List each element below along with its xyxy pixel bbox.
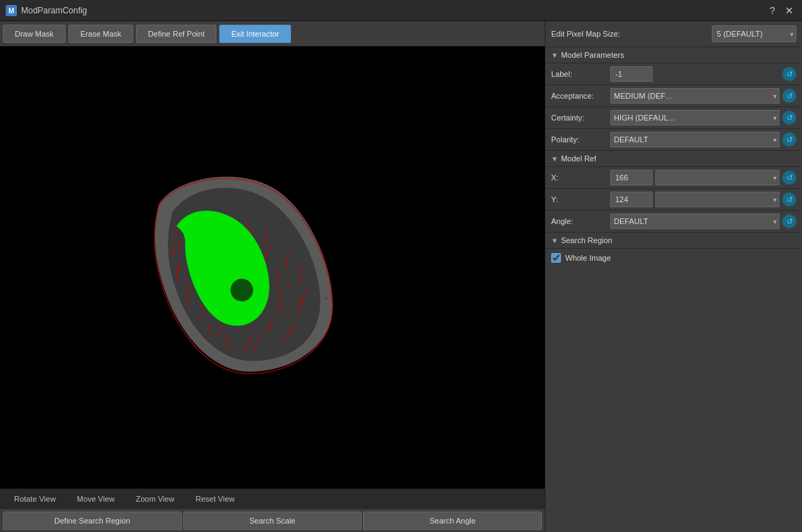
angle-reset-icon: ↺ — [786, 217, 793, 226]
model-ref-title: Model Ref — [561, 154, 596, 163]
certainty-param-row: Certainty: HIGH (DEFAUL… LOW MEDIUM ↺ — [545, 107, 802, 129]
y-value[interactable]: 124 — [610, 192, 653, 207]
pixel-map-row: Edit Pixel Map Size: 5 (DEFAULT) 3 7 9 — [545, 21, 802, 47]
y-extra-wrapper — [655, 192, 779, 207]
polarity-param-label: Polarity: — [551, 135, 607, 144]
x-param-label: X: — [551, 173, 607, 182]
window-controls: ? ✕ — [765, 4, 796, 18]
label-reset-icon: ↺ — [786, 70, 793, 79]
x-extra-select[interactable] — [655, 170, 779, 185]
acceptance-select[interactable]: MEDIUM (DEF… LOW HIGH — [610, 88, 779, 104]
polarity-param-row: Polarity: DEFAULT POSITIVE NEGATIVE ↺ — [545, 129, 802, 151]
model-parameters-title: Model Parameters — [561, 51, 624, 59]
x-param-row: X: 166 ↺ — [545, 167, 802, 189]
label-param-label: Label: — [551, 70, 607, 78]
pixel-map-select[interactable]: 5 (DEFAULT) 3 7 9 — [712, 25, 796, 42]
reset-view-button[interactable]: Reset View — [196, 495, 235, 503]
pixel-map-label: Edit Pixel Map Size: — [551, 30, 706, 38]
close-button[interactable]: ✕ — [782, 4, 796, 18]
label-reset-button[interactable]: ↺ — [782, 67, 796, 81]
angle-reset-button[interactable]: ↺ — [782, 214, 796, 228]
angle-param-label: Angle: — [551, 217, 607, 225]
certainty-select[interactable]: HIGH (DEFAUL… LOW MEDIUM — [610, 110, 779, 125]
polarity-select[interactable]: DEFAULT POSITIVE NEGATIVE — [610, 132, 779, 147]
search-angle-button[interactable]: Search Angle — [363, 512, 542, 530]
model-parameters-triangle: ▼ — [551, 51, 558, 59]
certainty-select-wrapper: HIGH (DEFAUL… LOW MEDIUM — [610, 110, 779, 125]
app-icon: M — [6, 5, 17, 16]
model-shape-svg — [118, 127, 372, 409]
y-param-label: Y: — [551, 195, 607, 204]
action-bar: Define Search Region Search Scale Search… — [0, 508, 545, 532]
exit-interactor-button[interactable]: Exit Interactor — [219, 25, 291, 43]
y-reset-icon: ↺ — [786, 195, 793, 204]
acceptance-reset-icon: ↺ — [786, 92, 793, 101]
move-view-button[interactable]: Move View — [77, 495, 115, 503]
y-param-row: Y: 124 ↺ — [545, 189, 802, 211]
acceptance-param-row: Acceptance: MEDIUM (DEF… LOW HIGH ↺ — [545, 85, 802, 107]
define-search-region-button[interactable]: Define Search Region — [3, 512, 182, 530]
whole-image-label: Whole Image — [565, 254, 611, 262]
svg-text:M: M — [8, 7, 14, 15]
acceptance-param-label: Acceptance: — [551, 92, 607, 100]
search-scale-button[interactable]: Search Scale — [183, 512, 362, 530]
main-area: Draw Mask Erase Mask Define Ref Point Ex… — [0, 21, 802, 532]
search-region-triangle: ▼ — [551, 237, 558, 245]
polarity-select-wrapper: DEFAULT POSITIVE NEGATIVE — [610, 132, 779, 147]
help-button[interactable]: ? — [765, 4, 779, 18]
acceptance-reset-button[interactable]: ↺ — [782, 89, 796, 103]
y-extra-select[interactable] — [655, 192, 779, 207]
certainty-param-label: Certainty: — [551, 113, 607, 122]
x-value[interactable]: 166 — [610, 170, 653, 185]
zoom-view-button[interactable]: Zoom View — [136, 495, 175, 503]
title-bar: M ModParamConfig ? ✕ — [0, 0, 802, 21]
angle-select[interactable]: DEFAULT 0 90 180 270 — [610, 214, 779, 229]
polarity-reset-button[interactable]: ↺ — [782, 132, 796, 147]
certainty-reset-button[interactable]: ↺ — [782, 111, 796, 125]
view-controls-bar: Rotate View Move View Zoom View Reset Vi… — [0, 488, 545, 508]
rotate-view-button[interactable]: Rotate View — [14, 495, 56, 503]
angle-select-wrapper: DEFAULT 0 90 180 270 — [610, 214, 779, 229]
x-reset-button[interactable]: ↺ — [782, 171, 796, 185]
acceptance-select-wrapper: MEDIUM (DEF… LOW HIGH — [610, 88, 779, 104]
angle-param-row: Angle: DEFAULT 0 90 180 270 ↺ — [545, 211, 802, 233]
polarity-reset-icon: ↺ — [786, 135, 793, 144]
canvas-shape — [118, 127, 372, 409]
certainty-reset-icon: ↺ — [786, 113, 793, 123]
search-region-header: ▼ Search Region — [545, 233, 802, 249]
label-param-value[interactable]: -1 — [610, 66, 653, 82]
y-reset-button[interactable]: ↺ — [782, 192, 796, 206]
pixel-map-select-wrapper: 5 (DEFAULT) 3 7 9 — [712, 25, 796, 42]
model-ref-header: ▼ Model Ref — [545, 151, 802, 167]
x-reset-icon: ↺ — [786, 173, 793, 183]
model-ref-triangle: ▼ — [551, 155, 558, 163]
whole-image-row: Whole Image — [545, 249, 802, 267]
model-parameters-header: ▼ Model Parameters — [545, 47, 802, 63]
whole-image-checkbox[interactable] — [551, 253, 561, 263]
define-ref-point-button[interactable]: Define Ref Point — [136, 25, 216, 43]
right-panel: Edit Pixel Map Size: 5 (DEFAULT) 3 7 9 ▼… — [545, 21, 802, 532]
canvas-viewport[interactable] — [0, 47, 545, 488]
app-title: ModParamConfig — [21, 6, 765, 16]
toolbar: Draw Mask Erase Mask Define Ref Point Ex… — [0, 21, 545, 47]
erase-mask-button[interactable]: Erase Mask — [68, 25, 133, 43]
canvas-panel: Draw Mask Erase Mask Define Ref Point Ex… — [0, 21, 545, 532]
draw-mask-button[interactable]: Draw Mask — [3, 25, 66, 43]
search-region-title: Search Region — [561, 236, 612, 245]
label-param-row: Label: -1 ↺ — [545, 63, 802, 85]
x-extra-wrapper — [655, 170, 779, 185]
